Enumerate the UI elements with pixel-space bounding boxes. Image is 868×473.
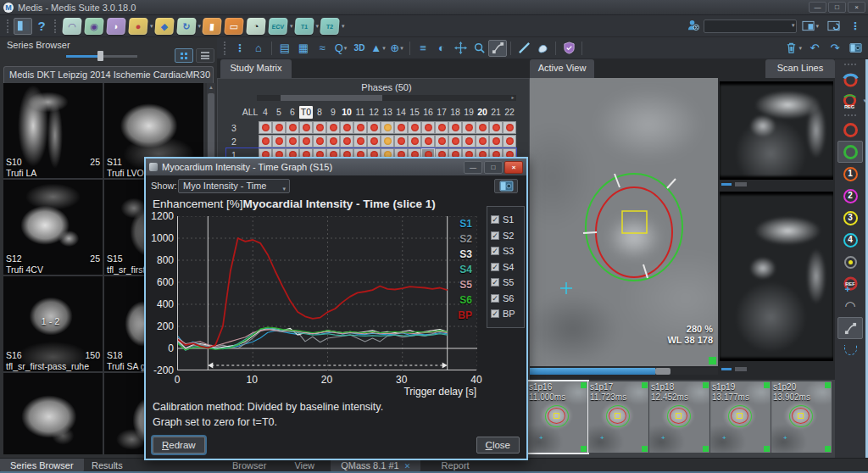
dropdown-caret-icon[interactable]: ▾ [290,23,293,30]
matrix-cell-r2-p8[interactable] [313,135,326,147]
roi-4-button[interactable]: 4 [837,229,863,251]
toolbar-grip[interactable] [844,64,856,65]
matrix-cell-r3-p16[interactable] [421,121,435,134]
matrix-cell-r3-p5[interactable] [272,121,286,134]
dialog-maximize-button[interactable]: □ [484,161,503,174]
app-mass-icon[interactable]: ◉ [84,18,103,35]
matrix-cell-r3-p12[interactable] [367,121,381,134]
arc-tool-button[interactable]: ◠ [837,295,863,317]
checkbox-icon[interactable]: ✓ [491,263,499,271]
matrix-cell-r3-p15[interactable] [408,121,421,134]
matrix-column-18[interactable]: 18 [448,106,462,119]
matrix-cell-r2-p14[interactable] [394,135,408,147]
orientation-tool-button[interactable]: ⊕▾ [387,40,406,57]
matrix-column-20[interactable]: 20 [476,106,489,119]
pan-tool-button[interactable] [451,40,470,57]
matrix-cell-r3-p6[interactable] [286,121,299,134]
stack-tool-button[interactable]: ≡ [414,40,432,57]
checkbox-icon[interactable]: ✓ [491,278,499,287]
bottom-tab-results[interactable]: Results [81,459,133,472]
matrix-column-11[interactable]: 11 [353,106,367,119]
dropdown-caret-icon[interactable]: ▾ [344,45,348,52]
dialog-close-button[interactable]: × [504,161,523,174]
zoom-tool-button[interactable] [470,40,488,57]
overflow-menu[interactable]: ⋮ [846,18,865,35]
redraw-button[interactable]: Redraw [153,437,205,454]
dialog-titlebar[interactable]: Myocardium Intensity - Time Graph (S15) … [146,159,526,175]
center-point-button[interactable] [837,251,863,273]
matrix-cell-r3-p22[interactable] [503,121,516,134]
edit-points-tool-button[interactable] [837,317,863,339]
scan-thumbnail[interactable] [720,81,833,180]
matrix-column-22[interactable]: 22 [503,106,516,119]
matrix-cell-r3-p8[interactable] [313,121,326,134]
reset-view-button[interactable]: ⌂ [249,40,268,57]
tab-active-view[interactable]: Active View [530,59,594,78]
matrix-column-17[interactable]: 17 [435,106,448,119]
minimize-button[interactable]: — [809,2,826,13]
qmass-menu-button[interactable]: Q▾ [331,40,350,57]
contour-tool-button[interactable] [533,40,552,57]
app-orange1-icon[interactable]: ▮ [202,18,221,35]
series-thumbnail[interactable] [3,373,103,454]
mip-tool-button[interactable]: ▲▾ [369,40,387,57]
matrix-column-14[interactable]: 14 [394,106,408,119]
series-toggle-s3[interactable]: ✓S3 [491,243,520,259]
matrix-column-21[interactable]: 21 [489,106,503,119]
view-3d-button[interactable]: 3D [350,40,369,57]
dropdown-caret-icon[interactable]: ▾ [342,23,345,30]
matrix-cell-r2-p5[interactable] [272,135,286,147]
matrix-column-4[interactable]: 4 [259,106,272,119]
phase-scrollbar-handle[interactable] [655,368,670,375]
matrix-cell-r2-pT0[interactable] [299,135,313,147]
phases-scroll-right[interactable]: ► [509,95,516,101]
matrix-cell-r3-p18[interactable] [448,121,462,134]
reset-layout-button[interactable] [824,18,843,35]
matrix-cell-r2-p18[interactable] [448,135,462,147]
graph-view-button[interactable]: ≈ [313,40,331,57]
dropdown-caret-icon[interactable]: ▾ [798,45,802,52]
checkbox-icon[interactable]: ✓ [491,231,499,240]
series-thumbnail-s12[interactable]: S12Trufi 4CV25 [3,180,103,275]
app-sketch-icon[interactable]: ◠ [62,18,81,35]
matrix-cell-r2-p13[interactable] [381,135,394,147]
scan-thumbnail[interactable] [720,192,833,361]
matrix-column-13[interactable]: 13 [381,106,394,119]
dropdown-caret-icon[interactable]: ▾ [150,23,153,30]
report-view-button[interactable]: ▤ [275,40,294,57]
matrix-cell-r2-p17[interactable] [435,135,448,147]
reg-tool-button[interactable]: REG▾ [837,90,863,112]
matrix-cell-r2-p16[interactable] [421,135,435,147]
matrix-column-8[interactable]: 8 [313,106,326,119]
app-orange2-icon[interactable]: ▭ [224,18,243,35]
series-toggle-s1[interactable]: ✓S1 [491,212,520,228]
toolbar-grip[interactable] [224,42,227,55]
film-frame-s1p16[interactable]: s1p1611.000ms+ [527,381,587,453]
checkbox-icon[interactable]: ✓ [491,215,499,224]
roi-3-button[interactable]: 3 [837,207,863,229]
snapshot-button-button[interactable] [846,40,865,57]
toolbar-grip[interactable] [54,19,58,33]
matrix-cell-r3-p17[interactable] [435,121,448,134]
delete-tool-button[interactable]: ▾ [783,40,804,57]
scan-mini-scrollbar[interactable] [720,181,833,187]
scrollbar-thumb[interactable] [208,93,214,161]
app-person-icon[interactable]: ◔ [246,18,265,35]
help-button[interactable]: ? [32,18,51,35]
matrix-cell-r2-p6[interactable] [286,135,299,147]
matrix-cell-r3-p10[interactable] [340,121,353,134]
series-thumbnail-s10[interactable]: S10Trufi LA25 [3,83,103,178]
maximize-button[interactable]: □ [828,2,846,13]
thumbnail-size-slider-handle[interactable] [97,51,103,61]
window-level-tool-button[interactable]: ◐ [432,40,451,57]
matrix-cell-r3-p13[interactable] [381,121,394,134]
grid-view-button[interactable] [175,48,193,63]
series-toggle-s6[interactable]: ✓S6 [491,291,520,307]
close-dialog-button[interactable]: Close [476,437,520,454]
scan-mini-scrollbar[interactable] [720,366,833,372]
active-view-image[interactable]: 280 % WL 38 178 [530,78,718,366]
app-t2-icon[interactable]: T2 [320,18,339,35]
series-toggle-bp[interactable]: ✓BP [491,306,520,322]
series-toggle-s2[interactable]: ✓S2 [491,228,520,244]
main-tab-view[interactable]: View [284,459,325,472]
